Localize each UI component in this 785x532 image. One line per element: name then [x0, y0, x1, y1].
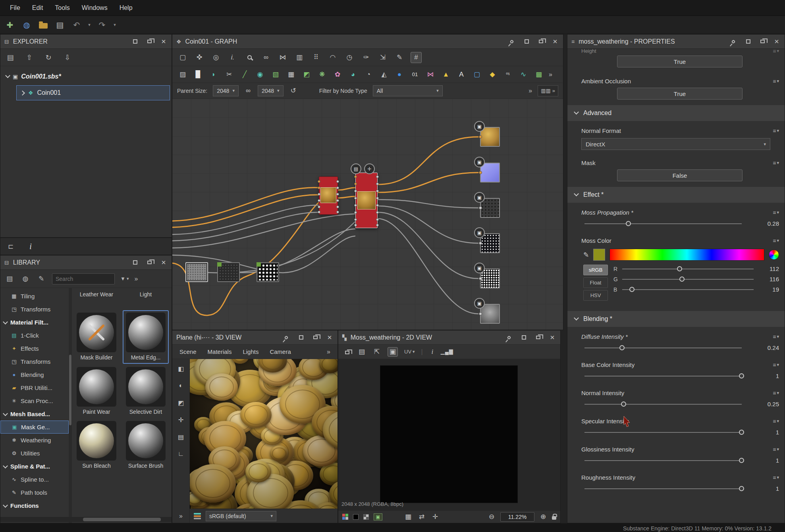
redo-history-caret[interactable]: ▾	[112, 18, 118, 32]
connector-dot[interactable]	[336, 211, 339, 213]
normal-map-icon[interactable]: ◩	[301, 69, 312, 80]
connector-dot[interactable]	[479, 135, 482, 138]
normal-intensity-slider[interactable]: 0.25	[567, 399, 785, 411]
moss-propagation-slider[interactable]: 0.28	[567, 218, 785, 231]
environment-icon[interactable]: ◩	[176, 397, 187, 408]
export-output-icon[interactable]: ⇲	[377, 52, 388, 63]
sidebar-overflow-icon[interactable]: »	[179, 513, 183, 520]
category-weathering[interactable]: ❄Weathering	[0, 434, 69, 447]
connector-dot[interactable]	[354, 224, 357, 227]
undo-icon[interactable]: ↶	[70, 18, 83, 32]
redo-icon[interactable]: ↷	[95, 18, 109, 32]
dock-icon[interactable]	[523, 38, 530, 46]
output-node-mask-1[interactable]: ▣	[480, 233, 500, 253]
dock-icon[interactable]	[131, 38, 139, 46]
slider-track[interactable]	[584, 429, 742, 436]
height-toggle-button[interactable]: True	[617, 56, 743, 67]
parameter-menu-icon[interactable]: ≡▾	[773, 78, 779, 85]
connector-dot[interactable]	[318, 186, 320, 189]
graph-node-speckle[interactable]	[257, 262, 279, 282]
connector-dot[interactable]	[354, 197, 357, 200]
bitmap-node-icon[interactable]: ▨	[177, 69, 188, 80]
category-path-tools[interactable]: ✎Path tools	[0, 486, 69, 499]
connector-dot[interactable]	[376, 224, 379, 227]
background-checker-swatch[interactable]	[363, 514, 369, 520]
expand-chevron-icon[interactable]	[5, 73, 10, 78]
zoom-level-input[interactable]	[500, 512, 534, 522]
parent-size-width-dropdown[interactable]: 2048▾	[213, 85, 239, 96]
float-icon[interactable]	[534, 334, 542, 342]
category-transforms[interactable]: ◳Transforms	[0, 303, 69, 316]
connector-dot[interactable]	[479, 312, 482, 315]
slider-handle[interactable]	[679, 277, 685, 282]
channels-icon[interactable]	[342, 514, 348, 520]
connector-dot[interactable]	[354, 175, 357, 178]
focus-frame-icon[interactable]: ◎	[210, 52, 222, 63]
close-icon[interactable]: ✕	[160, 259, 168, 267]
float-icon[interactable]	[758, 38, 766, 46]
dock-icon[interactable]	[131, 259, 139, 267]
connector-dot[interactable]	[376, 197, 379, 200]
diffuse-intensity-slider[interactable]: 0.24	[567, 342, 785, 355]
menu-edit[interactable]: Edit	[26, 1, 49, 15]
histogram-icon[interactable]: ▁▄▇	[442, 346, 452, 357]
slider-track[interactable]	[584, 220, 742, 227]
slider-handle[interactable]	[739, 373, 744, 378]
glossiness-intensity-slider[interactable]: 1	[567, 455, 785, 468]
lock-zoom-icon[interactable]	[552, 516, 556, 520]
connector-dot[interactable]	[354, 204, 357, 207]
parameter-menu-icon[interactable]: ≡▾	[773, 446, 779, 453]
display-settings-icon[interactable]: ◧	[176, 363, 187, 374]
library-item-selective-dirt[interactable]: Selective Dirt	[123, 365, 169, 418]
background-black-swatch[interactable]	[353, 514, 359, 520]
node-info-icon[interactable]: i.	[227, 52, 238, 63]
section-blending[interactable]: Blending *	[567, 311, 785, 327]
filter-icon[interactable]: ▼▾	[120, 276, 129, 282]
specular-intensity-slider[interactable]: 1	[567, 427, 785, 440]
material-mode-icon[interactable]: ◐	[176, 380, 187, 391]
grid-icon[interactable]: ▦	[404, 511, 413, 522]
connector-dot[interactable]	[376, 211, 379, 214]
section-effect[interactable]: Effect *	[567, 187, 785, 203]
output-node-normal[interactable]: ▣	[480, 163, 500, 182]
close-icon[interactable]: ✕	[548, 334, 556, 342]
new-substance-icon[interactable]: ✚	[3, 18, 17, 32]
tiling-icon[interactable]: ⇄	[417, 511, 426, 522]
color-mode-hsv[interactable]: HSV	[583, 290, 608, 301]
parameter-menu-icon[interactable]: ≡▾	[773, 49, 779, 54]
category-scan-proc[interactable]: ✳Scan Proc...	[0, 394, 69, 407]
category-effects[interactable]: ✦Effects	[0, 342, 69, 355]
blue-material-icon[interactable]: ●	[394, 69, 405, 80]
gizmo-icon[interactable]: ∟	[176, 448, 187, 459]
duplicate-view-icon[interactable]	[343, 348, 351, 356]
fx-map-icon[interactable]: ▩	[533, 69, 544, 80]
checker-01-icon[interactable]: 01	[409, 69, 420, 80]
slider-track[interactable]	[584, 344, 742, 351]
view3d-menu-overflow-icon[interactable]: »	[327, 348, 330, 355]
channel-r-slider[interactable]: R112	[613, 265, 779, 272]
channel-b-slider[interactable]: B19	[613, 286, 779, 293]
connector-dot[interactable]	[479, 277, 482, 280]
connector-dot[interactable]	[376, 182, 379, 185]
toolbar-overflow-icon[interactable]: »	[528, 87, 532, 94]
selection-node-icon[interactable]: ▢	[471, 69, 482, 80]
float-icon[interactable]	[145, 38, 153, 46]
create-link-icon[interactable]: ∞	[260, 52, 272, 63]
pen-tool-icon[interactable]: ✎	[394, 52, 405, 63]
blur-node-icon[interactable]: ◉	[255, 69, 266, 80]
slider-track[interactable]	[584, 401, 742, 407]
slider-track[interactable]	[622, 265, 754, 272]
category-utilities[interactable]: ⚙Utilities	[0, 447, 69, 460]
view3d-menu-camera[interactable]: Camera	[270, 348, 291, 355]
slider-handle[interactable]	[677, 266, 682, 271]
graph-node-red-1[interactable]	[319, 177, 338, 215]
connector-dot[interactable]	[354, 190, 357, 192]
search-input[interactable]	[52, 273, 115, 284]
library-item-metal-edg[interactable]: Metal Edg...	[123, 310, 169, 364]
parameter-menu-icon[interactable]: ≡▾	[773, 474, 779, 481]
parameter-menu-icon[interactable]: ≡▾	[773, 418, 779, 424]
ribbon-node-icon[interactable]: ⋈	[425, 69, 436, 80]
library-item-mask-builder[interactable]: Mask Builder	[73, 310, 120, 364]
roughness-intensity-slider[interactable]: 1	[567, 483, 785, 496]
view3d-menu-scene[interactable]: Scene	[179, 348, 197, 355]
